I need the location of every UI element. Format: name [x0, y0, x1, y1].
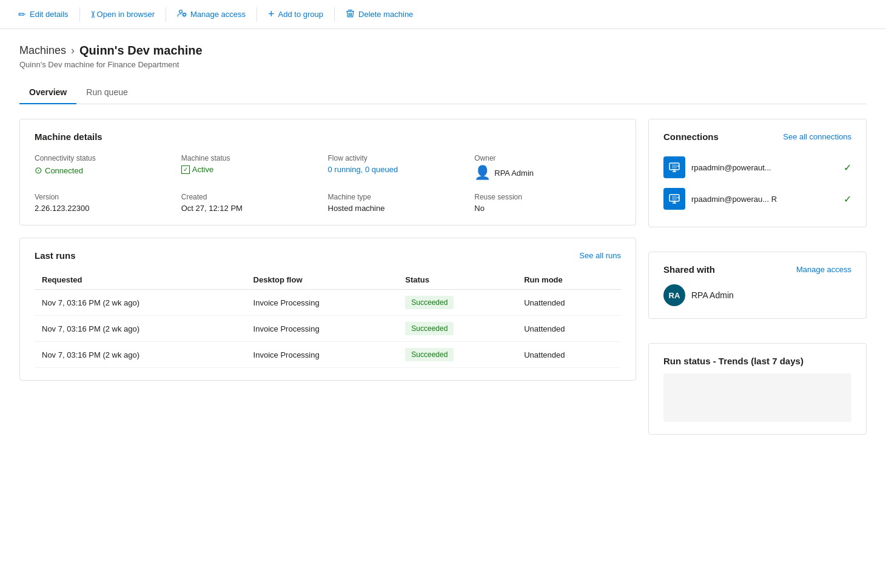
see-all-connections-link[interactable]: See all connections: [783, 132, 851, 141]
avatar: RA: [663, 284, 685, 306]
svg-rect-8: [672, 164, 677, 169]
detail-machine-status: Machine status ✓ Active: [181, 154, 328, 181]
detail-connectivity-value: ⊙ Connected: [35, 165, 181, 176]
cell-requested: Nov 7, 03:16 PM (2 wk ago): [35, 316, 246, 342]
detail-flow-activity-value: 0 running, 0 queued: [328, 165, 475, 174]
connection-machine-icon: [663, 156, 685, 178]
connection-item[interactable]: rpaadmin@powerau... R ✓: [663, 183, 851, 215]
col-status: Status: [398, 270, 517, 290]
runs-table-header-row: Requested Desktop flow Status Run mode: [35, 270, 621, 290]
detail-machine-status-value: ✓ Active: [181, 165, 328, 174]
content-grid: Machine details Connectivity status ⊙ Co…: [19, 119, 867, 435]
delete-machine-button[interactable]: Delete machine: [337, 4, 421, 25]
svg-rect-2: [346, 11, 354, 12]
detail-reuse-session: Reuse session No: [474, 193, 621, 213]
breadcrumb-parent[interactable]: Machines: [19, 44, 66, 57]
detail-machine-type-label: Machine type: [328, 193, 475, 201]
table-row[interactable]: Nov 7, 03:16 PM (2 wk ago) Invoice Proce…: [35, 342, 621, 368]
connections-card: Connections See all connections rpaadmin…: [648, 119, 867, 227]
connections-title: Connections: [663, 132, 719, 142]
cell-requested: Nov 7, 03:16 PM (2 wk ago): [35, 342, 246, 368]
cell-run-mode: Unattended: [517, 290, 621, 316]
detail-machine-type-value: Hosted machine: [328, 204, 475, 213]
breadcrumb-current: Quinn's Dev machine: [79, 44, 203, 58]
left-column: Machine details Connectivity status ⊙ Co…: [19, 119, 636, 435]
connection-status-icon: ✓: [844, 193, 851, 205]
machine-details-card: Machine details Connectivity status ⊙ Co…: [19, 119, 636, 226]
detail-created-value: Oct 27, 12:12 PM: [181, 204, 328, 213]
connection-email: rpaadmin@powerau... R: [691, 195, 837, 204]
tab-overview[interactable]: Overview: [19, 81, 76, 104]
toolbar: ✏ Edit details ⟩⟨ Open in browser Manage…: [0, 0, 886, 29]
shared-with-list: RA RPA Admin: [663, 284, 851, 306]
manage-access-button[interactable]: Manage access: [169, 4, 254, 25]
shared-with-card: Shared with Manage access RA RPA Admin: [648, 252, 867, 319]
edit-details-button[interactable]: ✏ Edit details: [10, 4, 77, 25]
connection-email: rpaadmin@poweraut...: [691, 163, 837, 172]
col-requested: Requested: [35, 270, 246, 290]
trends-title: Run status - Trends (last 7 days): [663, 356, 851, 366]
connections-list: rpaadmin@poweraut... ✓ rpaadmin@powerau.…: [663, 152, 851, 215]
detail-version-value: 2.26.123.22300: [35, 204, 181, 213]
detail-connectivity-label: Connectivity status: [35, 154, 181, 162]
detail-reuse-session-value: No: [474, 204, 621, 213]
last-runs-card: Last runs See all runs Requested Desktop…: [19, 238, 636, 381]
runs-table: Requested Desktop flow Status Run mode N…: [35, 270, 621, 368]
cell-run-mode: Unattended: [517, 316, 621, 342]
active-check-icon: ✓: [181, 165, 190, 174]
right-column: Connections See all connections rpaadmin…: [648, 119, 867, 435]
toolbar-separator-2: [166, 7, 166, 22]
toolbar-separator: [79, 7, 80, 22]
detail-owner-value: 👤 RPA Admin: [474, 165, 621, 181]
cell-flow: Invoice Processing: [246, 290, 398, 316]
open-browser-button[interactable]: ⟩⟨ Open in browser: [82, 5, 163, 24]
toolbar-separator-4: [334, 7, 335, 22]
svg-rect-13: [672, 196, 677, 200]
toolbar-separator-3: [257, 7, 257, 22]
connection-status-icon: ✓: [844, 162, 851, 173]
main-content: Machines › Quinn's Dev machine Quinn's D…: [0, 29, 886, 588]
open-browser-icon: ⟩⟨: [91, 10, 93, 19]
add-icon: +: [268, 8, 275, 21]
manage-access-icon: [177, 8, 187, 20]
delete-icon: [346, 9, 355, 20]
connection-machine-icon: [663, 188, 685, 210]
tab-run-queue[interactable]: Run queue: [76, 81, 138, 104]
cell-status: Succeeded: [398, 342, 517, 368]
detail-created: Created Oct 27, 12:12 PM: [181, 193, 328, 213]
owner-avatar-icon: 👤: [474, 165, 491, 181]
tab-bar: Overview Run queue: [19, 81, 867, 104]
detail-machine-status-label: Machine status: [181, 154, 328, 162]
shared-with-header: Shared with Manage access: [663, 264, 851, 275]
detail-flow-activity: Flow activity 0 running, 0 queued: [328, 154, 475, 181]
detail-created-label: Created: [181, 193, 328, 201]
connection-item[interactable]: rpaadmin@poweraut... ✓: [663, 152, 851, 183]
detail-owner-label: Owner: [474, 154, 621, 162]
add-to-group-button[interactable]: + Add to group: [260, 3, 332, 25]
detail-version-label: Version: [35, 193, 181, 201]
svg-rect-3: [348, 10, 352, 10]
cell-run-mode: Unattended: [517, 342, 621, 368]
col-desktop-flow: Desktop flow: [246, 270, 398, 290]
manage-access-link[interactable]: Manage access: [796, 265, 851, 274]
detail-version: Version 2.26.123.22300: [35, 193, 181, 213]
breadcrumb-separator: ›: [71, 44, 75, 57]
connections-header: Connections See all connections: [663, 132, 851, 142]
cell-requested: Nov 7, 03:16 PM (2 wk ago): [35, 290, 246, 316]
machine-details-title: Machine details: [35, 132, 621, 142]
detail-flow-activity-label: Flow activity: [328, 154, 475, 162]
detail-machine-type: Machine type Hosted machine: [328, 193, 475, 213]
see-all-runs-link[interactable]: See all runs: [579, 251, 621, 260]
table-row[interactable]: Nov 7, 03:16 PM (2 wk ago) Invoice Proce…: [35, 290, 621, 316]
page-subtitle: Quinn's Dev machine for Finance Departme…: [19, 60, 867, 69]
table-row[interactable]: Nov 7, 03:16 PM (2 wk ago) Invoice Proce…: [35, 316, 621, 342]
edit-icon: ✏: [18, 9, 26, 20]
shared-with-title: Shared with: [663, 264, 715, 275]
shared-user-item: RA RPA Admin: [663, 284, 851, 306]
last-runs-title: Last runs: [35, 250, 76, 261]
cell-status: Succeeded: [398, 290, 517, 316]
cell-flow: Invoice Processing: [246, 342, 398, 368]
breadcrumb: Machines › Quinn's Dev machine: [19, 44, 867, 58]
detail-connectivity: Connectivity status ⊙ Connected: [35, 154, 181, 181]
detail-reuse-session-label: Reuse session: [474, 193, 621, 201]
